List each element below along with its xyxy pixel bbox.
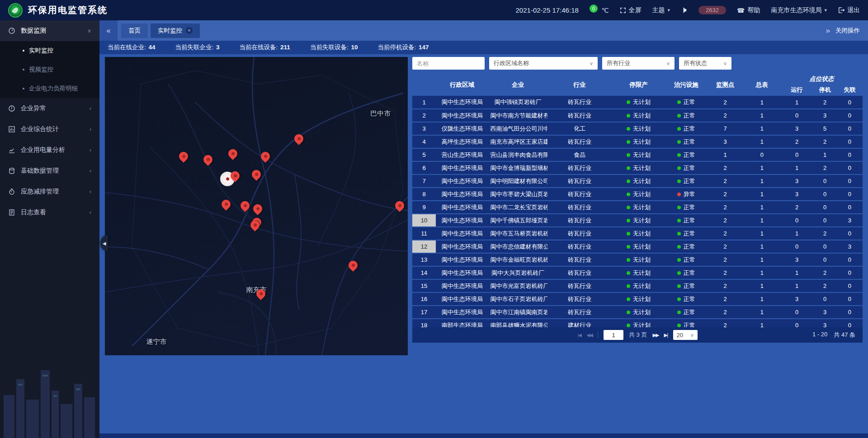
- cell-index: 2: [412, 109, 436, 122]
- status-filter-select[interactable]: 所有状态 ∨: [679, 57, 731, 70]
- table-row[interactable]: 6阆中生态环境局阆中市金博瑞新型墙材砖瓦行业无计划正常21120: [412, 161, 863, 174]
- cell-company: 阆中千佛镇五郎垭页岩: [489, 214, 547, 227]
- table-row[interactable]: 11阆中生态环境局阆中市五马桥页岩机砖砖瓦行业无计划正常21120: [412, 227, 863, 240]
- cell-company: 阆中市枣碧大梁山页岩: [489, 188, 547, 201]
- table-row[interactable]: 8阆中生态环境局阆中市枣碧大梁山页岩砖瓦行业无计划异常21300: [412, 188, 863, 201]
- tab-close-icon[interactable]: ×: [186, 27, 193, 34]
- cell-meter: 1: [743, 161, 780, 174]
- alert-count-badge[interactable]: 2632: [698, 6, 726, 14]
- status-text: 无计划: [633, 217, 651, 224]
- table-row[interactable]: 5营山生态环境局营山县润丰肉食品有限食品无计划正常10010: [412, 148, 863, 161]
- status-dot-icon: [627, 206, 630, 209]
- map-pin[interactable]: [292, 132, 305, 145]
- name-filter-input[interactable]: [412, 57, 485, 70]
- col-company: 企业: [489, 74, 547, 96]
- cell-run: 0: [780, 148, 813, 161]
- map-panel[interactable]: 巴中市南充市遂宁市: [105, 57, 408, 355]
- cell-industry: 砖瓦行业: [547, 161, 612, 174]
- map-pin[interactable]: [255, 287, 267, 300]
- last-page-button[interactable]: ▶|: [664, 332, 667, 338]
- page-size-select[interactable]: 20 ∨: [673, 330, 698, 340]
- table-row[interactable]: 13阆中生态环境局阆中市金福旺页岩机砖砖瓦行业无计划正常21300: [412, 253, 863, 266]
- table-row[interactable]: 16阆中生态环境局阆中市石子页岩机砖厂砖瓦行业无计划正常21300: [412, 292, 863, 306]
- cell-region: 仪陇生态环境局: [436, 122, 488, 135]
- enterprise-table: 行政区域 企业 行业 停限产 治污设施 监测点 总表 点位状态 运行: [412, 74, 863, 327]
- table-row[interactable]: 1阆中生态环境局阆中强锐页岩砖厂砖瓦行业无计划正常21120: [412, 96, 863, 109]
- map-pin[interactable]: [393, 199, 406, 212]
- fullscreen-button[interactable]: 全屏: [620, 6, 642, 14]
- table-row[interactable]: 9阆中生态环境局阆中市二龙长宝页岩砖砖瓦行业无计划正常21200: [412, 201, 863, 214]
- sidebar-item-log-view[interactable]: 日志查看‹: [0, 202, 99, 223]
- sidebar-item-emergency-reduction[interactable]: 应急减排管理‹: [0, 181, 99, 202]
- region-filter-value: 行政区域名称: [494, 59, 529, 67]
- tab-home[interactable]: 首页: [121, 24, 148, 38]
- table-row[interactable]: 14阆中生态环境局阆中大兴页岩机砖厂砖瓦行业无计划正常21120: [412, 266, 863, 279]
- sidebar-item-data-monitoring[interactable]: 数据监测∨: [0, 20, 99, 41]
- temperature: 0 ℃: [590, 6, 609, 14]
- first-page-button[interactable]: |◀: [577, 332, 581, 338]
- status-dot-icon: [627, 153, 630, 157]
- map-pin[interactable]: [250, 168, 263, 181]
- map-collapse-button[interactable]: ◀: [100, 235, 108, 251]
- cell-company: 阆中市南方节能建材有: [489, 109, 547, 122]
- stat-offline-enterprises: 当前失联企业: 3: [175, 43, 220, 52]
- status-dot-icon: [627, 193, 630, 196]
- sidebar-item-enterprise-statistics[interactable]: 企业综合统计‹: [0, 119, 99, 140]
- table-row[interactable]: 3仪陇生态环境局西南油气田分公司川中化工无计划正常71350: [412, 122, 863, 135]
- map-pin[interactable]: [202, 153, 214, 166]
- map-pin[interactable]: [177, 150, 190, 163]
- cell-lost: 0: [837, 201, 863, 214]
- logout-button[interactable]: 退出: [838, 6, 860, 14]
- volume-button[interactable]: [681, 7, 688, 14]
- cell-treat-status: 正常: [665, 122, 707, 135]
- sidebar-subitem-video-monitor[interactable]: 视频监控: [0, 60, 99, 79]
- table-row[interactable]: 10阆中生态环境局阆中千佛镇五郎垭页岩砖瓦行业无计划正常21003: [412, 214, 863, 227]
- cell-region: 阆中生态环境局: [436, 253, 488, 266]
- close-operations-button[interactable]: 关闭操作: [835, 27, 860, 35]
- logout-icon: [838, 7, 844, 14]
- sidebar-item-base-data-management[interactable]: 基础数据管理‹: [0, 160, 99, 181]
- temperature-badge: 0: [590, 5, 598, 13]
- map-pin[interactable]: [220, 198, 232, 211]
- status-dot-icon: [627, 219, 630, 222]
- sidebar-item-label: 基础数据管理: [21, 167, 59, 175]
- region-filter-select[interactable]: 行政区域名称 ∨: [489, 57, 598, 70]
- status-dot-icon: [677, 271, 681, 275]
- sidebar-item-enterprise-abnormal[interactable]: 企业异常‹: [0, 98, 99, 119]
- map-pin[interactable]: [239, 199, 251, 212]
- map-pin[interactable]: [226, 147, 239, 160]
- tabs-scroll-left-button[interactable]: «: [99, 20, 118, 41]
- map-pin[interactable]: [347, 259, 359, 272]
- industry-filter-select[interactable]: 所有行业 ∨: [602, 57, 675, 70]
- map-pin[interactable]: [251, 203, 264, 215]
- tab-realtime-monitor[interactable]: 实时监控×: [151, 24, 200, 38]
- cell-company: 南充市高坪区王家店建: [489, 135, 547, 148]
- org-dropdown[interactable]: 南充市生态环境局 ▾: [771, 6, 827, 14]
- sidebar-subitem-realtime-monitor[interactable]: 实时监控: [0, 41, 99, 60]
- tabs-scroll-right-button[interactable]: »: [826, 26, 830, 35]
- table-row[interactable]: 15阆中生态环境局阆中市光富页岩机砖厂砖瓦行业无计划正常21120: [412, 279, 863, 292]
- table-row[interactable]: 12阆中生态环境局阆中市忠信建材有限公砖瓦行业无计划正常21003: [412, 240, 863, 253]
- table-row[interactable]: 7阆中生态环境局阆中明阳建材有限公司砖瓦行业无计划正常21300: [412, 174, 863, 188]
- pagination-range: 1 - 20: [812, 331, 827, 339]
- theme-dropdown[interactable]: 主题 ▾: [652, 6, 670, 14]
- cell-company: 阆中大兴页岩机砖厂: [489, 266, 547, 279]
- table-row[interactable]: 2阆中生态环境局阆中市南方节能建材有砖瓦行业无计划正常21030: [412, 109, 863, 122]
- map-pin[interactable]: [259, 150, 272, 163]
- cell-halt: 2: [813, 135, 837, 148]
- table-row[interactable]: 4高坪生态环境局南充市高坪区王家店建砖瓦行业无计划正常31220: [412, 135, 863, 148]
- table-row[interactable]: 18南部生态环境局南部县雄狮水泥有限公建材行业无计划正常21030: [412, 319, 863, 327]
- status-text: 正常: [684, 230, 695, 237]
- table-row[interactable]: 17阆中生态环境局阆中市江南镇阆南页岩砖瓦行业无计划正常21030: [412, 306, 863, 319]
- stat-online-enterprises: 当前在线企业: 44: [108, 43, 156, 52]
- cell-monitor: 7: [707, 122, 743, 135]
- cell-industry: 砖瓦行业: [547, 135, 612, 148]
- status-dot-icon: [677, 114, 681, 118]
- sidebar-item-power-usage-analysis[interactable]: 企业用电量分析‹: [0, 140, 99, 160]
- next-page-button[interactable]: ▶▶: [652, 332, 658, 338]
- sidebar-subitem-power-load-detail[interactable]: 企业电力负荷明细: [0, 79, 99, 98]
- pagination-total: 共 47 条: [834, 331, 855, 339]
- page-number-input[interactable]: [604, 330, 623, 340]
- prev-page-button[interactable]: ◀◀: [586, 332, 592, 338]
- help-button[interactable]: ☎ 帮助: [737, 6, 760, 14]
